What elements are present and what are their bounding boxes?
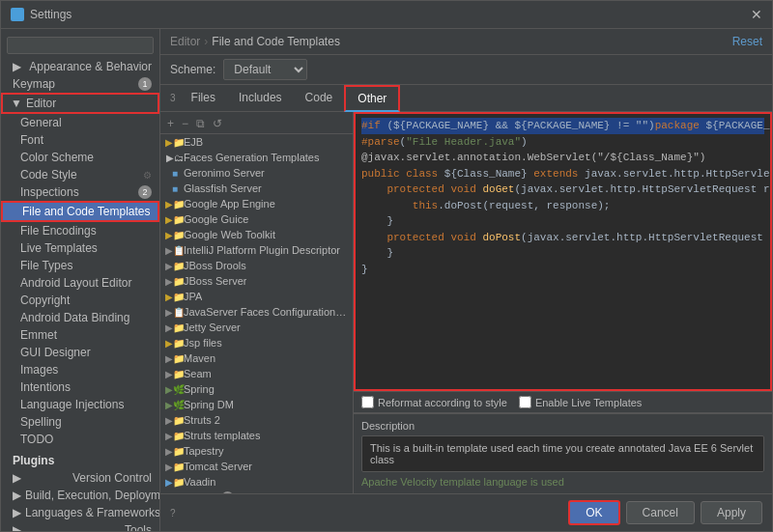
sidebar-item-file-types[interactable]: File Types bbox=[1, 257, 159, 274]
tab-other[interactable]: Other bbox=[344, 85, 400, 112]
tree-panel: + − ⧉ ↺ ▶📁EJB ▶🗂Faces Generation Templat… bbox=[160, 112, 354, 493]
sidebar-item-android-layout[interactable]: Android Layout Editor bbox=[1, 274, 159, 292]
apply-button[interactable]: Apply bbox=[701, 501, 762, 524]
tree-item-tapestry[interactable]: ▶📁Tapestry bbox=[160, 443, 353, 459]
title-bar: Settings ✕ bbox=[1, 1, 772, 29]
tree-item-spring[interactable]: ▶🌿Spring bbox=[160, 381, 353, 397]
sidebar-item-appearance[interactable]: ▶ Appearance & Behavior bbox=[1, 58, 159, 75]
sidebar-item-font[interactable]: Font bbox=[1, 131, 159, 149]
sidebar: ▶ Appearance & Behavior Keymap 1 ▼ Edito… bbox=[1, 29, 160, 531]
sidebar-item-file-encodings[interactable]: File Encodings bbox=[1, 222, 159, 239]
sidebar-item-plugins[interactable]: Plugins bbox=[1, 452, 159, 469]
tree-item-spring-dm[interactable]: ▶🌿Spring DM bbox=[160, 397, 353, 412]
reformat-checkbox-label[interactable]: Reformat according to style bbox=[361, 396, 507, 408]
tab-files[interactable]: Files bbox=[180, 86, 227, 111]
tree-item-glassfish[interactable]: ■Glassfish Server bbox=[160, 181, 353, 196]
sidebar-item-code-style[interactable]: Code Style ⚙ bbox=[1, 166, 159, 183]
tree-add-button[interactable]: + bbox=[164, 116, 177, 131]
content-area: + − ⧉ ↺ ▶📁EJB ▶🗂Faces Generation Templat… bbox=[160, 112, 772, 493]
folder-icon: ▶📁 bbox=[168, 351, 182, 365]
tree-item-maven[interactable]: ▶📁Maven bbox=[160, 350, 353, 366]
sidebar-item-general[interactable]: General bbox=[1, 114, 159, 131]
tree-item-tomcat[interactable]: ▶📁Tomcat Server bbox=[160, 459, 353, 474]
tree-reset-button[interactable]: ↺ bbox=[210, 116, 225, 131]
cancel-button[interactable]: Cancel bbox=[626, 501, 695, 524]
live-templates-checkbox-label[interactable]: Enable Live Templates bbox=[519, 396, 642, 408]
code-line-2: #parse("File Header.java") bbox=[361, 134, 764, 151]
reset-button[interactable]: Reset bbox=[732, 35, 762, 48]
tree-item-jpa[interactable]: ▶📁JPA bbox=[160, 289, 353, 304]
scheme-row: Scheme: Default bbox=[160, 55, 772, 85]
tree-item-jboss-server[interactable]: ▶📁JBoss Server bbox=[160, 273, 353, 289]
live-templates-label: Enable Live Templates bbox=[535, 397, 642, 408]
sidebar-item-live-templates[interactable]: Live Templates bbox=[1, 239, 159, 257]
tree-item-struts2[interactable]: ▶📁Struts 2 bbox=[160, 412, 353, 428]
close-button[interactable]: ✕ bbox=[751, 7, 762, 22]
tree-item-ejb[interactable]: ▶📁EJB bbox=[160, 134, 353, 150]
tab-badge-3: 3 bbox=[170, 93, 176, 103]
reformat-label: Reformat according to style bbox=[378, 397, 507, 408]
sidebar-item-spelling[interactable]: Spelling bbox=[1, 413, 159, 431]
scheme-select[interactable]: Default bbox=[223, 59, 307, 80]
folder-icon: ▶📁 bbox=[168, 274, 182, 288]
sidebar-item-label: File and Code Templates bbox=[22, 205, 151, 218]
tree-item-vaadin[interactable]: ▶📁Vaadin bbox=[160, 474, 353, 490]
sidebar-item-todo[interactable]: TODO bbox=[1, 431, 159, 448]
sidebar-item-version-control[interactable]: ▶Version Control bbox=[1, 469, 159, 487]
code-editor[interactable]: #if (${PACKAGE_NAME} && ${PACKAGE_NAME} … bbox=[354, 112, 772, 391]
tree-item-gae[interactable]: ▶📁Google App Engine bbox=[160, 196, 353, 211]
tree-item-jsf[interactable]: ▶📋JavaServer Faces Configuration Files bbox=[160, 304, 353, 320]
sidebar-item-editor[interactable]: ▼ Editor bbox=[1, 93, 159, 114]
sidebar-item-label: Version Control bbox=[72, 471, 152, 485]
sidebar-item-inspections[interactable]: Inspections 2 bbox=[1, 183, 159, 201]
sidebar-item-images[interactable]: Images bbox=[1, 361, 159, 378]
sidebar-item-intentions[interactable]: Intentions bbox=[1, 378, 159, 396]
tabs-row: 3 Files Includes Code Other bbox=[160, 85, 772, 112]
sidebar-item-language-injections[interactable]: Language Injections bbox=[1, 396, 159, 413]
tree-item-jsp[interactable]: ▶📁Jsp files bbox=[160, 335, 353, 350]
main-content: ▶ Appearance & Behavior Keymap 1 ▼ Edito… bbox=[1, 29, 772, 531]
tab-code[interactable]: Code bbox=[294, 86, 345, 111]
sidebar-item-label: Emmet bbox=[20, 328, 57, 342]
sidebar-item-emmet[interactable]: Emmet bbox=[1, 326, 159, 344]
breadcrumb-current: File and Code Templates bbox=[212, 35, 340, 48]
sidebar-item-languages[interactable]: ▶Languages & Frameworks bbox=[1, 504, 159, 521]
sidebar-item-label: Tools bbox=[125, 523, 152, 531]
tree-item-intellij[interactable]: ▶📋IntelliJ Platform Plugin Descriptor bbox=[160, 242, 353, 258]
description-text: This is a built-in template used each ti… bbox=[361, 435, 764, 472]
tree-copy-button[interactable]: ⧉ bbox=[193, 116, 208, 131]
tree-item-guice[interactable]: ▶📁Google Guice bbox=[160, 211, 353, 227]
sidebar-item-label: Appearance & Behavior bbox=[29, 60, 152, 73]
settings-window: Settings ✕ ▶ Appearance & Behavior Keyma… bbox=[0, 0, 773, 532]
tree-item-seam[interactable]: ▶📁Seam bbox=[160, 366, 353, 381]
sidebar-item-build[interactable]: ▶Build, Execution, Deployment bbox=[1, 487, 159, 504]
folder-icon: ▶📋 bbox=[168, 305, 182, 319]
sidebar-item-tools[interactable]: ▶Tools bbox=[1, 521, 159, 531]
ok-button[interactable]: OK bbox=[568, 500, 619, 525]
tree-item-struts-templates[interactable]: ▶📁Struts templates bbox=[160, 428, 353, 443]
tree-remove-button[interactable]: − bbox=[179, 116, 191, 131]
sidebar-item-keymap[interactable]: Keymap 1 bbox=[1, 75, 159, 93]
tab-includes[interactable]: Includes bbox=[227, 86, 294, 111]
folder-icon: ▶📁 bbox=[168, 413, 182, 427]
sidebar-item-gui[interactable]: GUI Designer bbox=[1, 344, 159, 361]
tree-item-faces[interactable]: ▶🗂Faces Generation Templates bbox=[160, 150, 353, 165]
tree-item-gwt[interactable]: ▶📁Google Web Toolkit bbox=[160, 227, 353, 242]
tree-item-geronimo[interactable]: ■Geronimo Server bbox=[160, 165, 353, 181]
sidebar-item-label: Images bbox=[20, 363, 58, 377]
breadcrumb-separator: › bbox=[204, 35, 208, 48]
sidebar-search-input[interactable] bbox=[7, 37, 154, 54]
folder-icon: ▶🗂 bbox=[168, 151, 182, 164]
sidebar-item-android-data[interactable]: Android Data Binding bbox=[1, 309, 159, 326]
sidebar-item-color-scheme[interactable]: Color Scheme bbox=[1, 149, 159, 166]
sidebar-item-label: Copyright bbox=[20, 294, 70, 307]
sidebar-item-file-code-templates[interactable]: File and Code Templates bbox=[1, 201, 159, 222]
folder-icon: ▶📁 bbox=[168, 197, 182, 210]
help-icon[interactable]: ? bbox=[170, 508, 176, 518]
description-note: Apache Velocity template language is use… bbox=[361, 476, 764, 488]
reformat-checkbox[interactable] bbox=[361, 396, 374, 408]
sidebar-item-copyright[interactable]: Copyright bbox=[1, 292, 159, 309]
live-templates-checkbox[interactable] bbox=[519, 396, 531, 408]
tree-item-jetty[interactable]: ▶📁Jetty Server bbox=[160, 320, 353, 335]
tree-item-jboss-drools[interactable]: ▶📁JBoss Drools bbox=[160, 258, 353, 273]
